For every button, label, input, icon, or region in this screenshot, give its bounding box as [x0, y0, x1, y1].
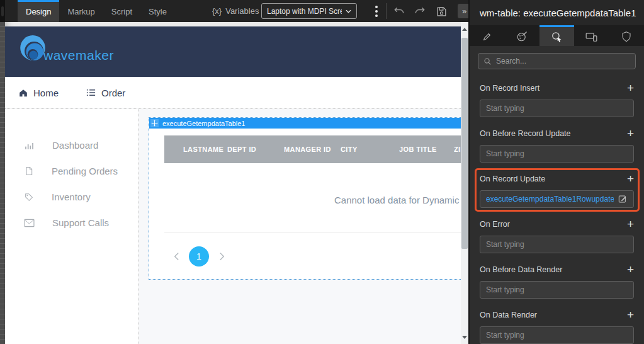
add-event-icon[interactable]: [627, 220, 634, 229]
save-button[interactable]: [434, 4, 449, 19]
mode-tab[interactable]: Design: [18, 0, 59, 22]
sidebar-item-label: Inventory: [52, 192, 91, 202]
widget-selection-label: executeGetempdataTable1: [162, 120, 245, 127]
more-options-icon[interactable]: [372, 4, 381, 18]
event-input-placeholder: Start typing: [486, 149, 628, 158]
nav-label: Order: [101, 88, 125, 98]
redo-button[interactable]: [412, 4, 427, 19]
event-label: On Before Record Update: [480, 129, 571, 138]
app-header: wavemaker: [5, 26, 461, 77]
device-selector-value: Laptop with MDPI Screen: [267, 7, 342, 16]
table-header-row: LASTNAME DEPT ID MANAGER ID CITY JOB TIT…: [164, 135, 461, 163]
move-handle[interactable]: [150, 119, 159, 127]
next-page-button[interactable]: [217, 246, 226, 267]
panel-tab-bar: [470, 25, 644, 46]
shield-icon: [621, 31, 631, 42]
redo-icon: [414, 5, 426, 18]
previous-page-button[interactable]: [172, 246, 181, 267]
tab-devices[interactable]: [574, 25, 609, 46]
tab-styles[interactable]: [504, 25, 539, 46]
undo-icon: [393, 5, 405, 18]
design-canvas: wavemaker Home Order Dashboard Pending O…: [5, 22, 461, 344]
event-input[interactable]: Start typing: [480, 326, 634, 344]
event-input[interactable]: Start typing: [480, 281, 634, 299]
event-group: On Record Update executeGetempdataTable1…: [480, 173, 634, 208]
table-column-header[interactable]: JOB TITLE: [399, 146, 454, 153]
current-page-badge[interactable]: 1: [189, 246, 209, 267]
search-input[interactable]: [496, 57, 630, 66]
table-column-header[interactable]: DEPT ID: [227, 146, 284, 153]
add-event-icon[interactable]: [627, 84, 634, 93]
event-label: On Data Render: [480, 311, 537, 319]
table-column-header[interactable]: LASTNAME: [183, 146, 227, 153]
file-icon: [24, 166, 34, 176]
edit-icon[interactable]: [618, 194, 628, 204]
mode-tab[interactable]: Style: [140, 0, 175, 22]
widget-selection-bar[interactable]: executeGetempdataTable1: [149, 118, 461, 129]
mode-tab[interactable]: Script: [103, 0, 140, 22]
scroll-down-arrow[interactable]: [461, 333, 468, 341]
event-input-placeholder: Start typing: [486, 240, 628, 249]
tab-security[interactable]: [609, 25, 644, 46]
event-handler-link[interactable]: executeGetempdataTable1Rowupdate: [486, 195, 614, 204]
canvas-ruler: [0, 22, 5, 344]
pencil-icon: [482, 32, 492, 42]
add-event-icon[interactable]: [627, 129, 634, 138]
event-input[interactable]: Start typing: [480, 100, 634, 117]
scroll-up-arrow[interactable]: [461, 25, 468, 33]
event-group: On Data Render Start typing: [480, 309, 634, 344]
event-input[interactable]: executeGetempdataTable1Rowupdate: [480, 190, 634, 208]
sidebar-item-dashboard[interactable]: Dashboard: [5, 132, 138, 158]
app-sidebar: Dashboard Pending Orders Inventory Suppo…: [5, 109, 138, 344]
sidebar-item-support-calls[interactable]: Support Calls: [5, 210, 138, 236]
event-label: On Record Insert: [480, 84, 539, 93]
event-input-placeholder: Start typing: [486, 331, 628, 340]
variables-menu[interactable]: {x} Variables: [212, 0, 268, 22]
left-panel-collapsed-stub[interactable]: [0, 0, 5, 22]
event-input[interactable]: Start typing: [480, 236, 634, 253]
table-footer-divider: [164, 232, 461, 232]
event-input[interactable]: Start typing: [480, 145, 634, 163]
event-group: On Before Data Render Start typing: [480, 263, 634, 299]
table-widget-executeGetempdataTable1[interactable]: executeGetempdataTable1 LASTNAME DEPT ID…: [149, 117, 461, 280]
scrollbar-thumb[interactable]: [461, 38, 468, 249]
panel-search[interactable]: [478, 53, 636, 69]
table-column-header[interactable]: MANAGER ID: [284, 146, 341, 153]
event-input-placeholder: Start typing: [486, 104, 628, 113]
event-group: On Before Record Update Start typing: [480, 127, 634, 163]
event-group: On Error Start typing: [480, 218, 634, 253]
event-input-placeholder: Start typing: [486, 285, 628, 294]
sidebar-item-label: Support Calls: [52, 217, 109, 228]
nav-item-order[interactable]: Order: [86, 88, 125, 98]
sidebar-item-pending-orders[interactable]: Pending Orders: [5, 158, 138, 184]
event-label: On Error: [480, 220, 510, 229]
add-event-icon[interactable]: [627, 311, 634, 319]
tab-properties[interactable]: [470, 25, 504, 46]
canvas-scrollbar[interactable]: [461, 22, 468, 344]
logo-text: wavemaker: [43, 48, 114, 63]
devices-icon: [585, 32, 597, 42]
events-cursor-icon: [551, 31, 563, 43]
events-list: On Record Insert Start typing On Before …: [470, 69, 644, 344]
bar-chart-icon: [24, 140, 35, 151]
event-label: On Before Data Render: [480, 265, 562, 274]
undo-button[interactable]: [392, 4, 407, 19]
move-icon: [151, 120, 158, 127]
variables-icon: {x}: [212, 6, 222, 16]
sidebar-item-inventory[interactable]: Inventory: [5, 184, 138, 210]
chevron-down-icon: [346, 9, 351, 13]
device-selector[interactable]: Laptop with MDPI Screen: [261, 3, 357, 19]
mode-tab[interactable]: Markup: [59, 0, 103, 22]
table-column-header[interactable]: CITY: [341, 146, 399, 153]
chevron-right-icon: [218, 251, 225, 261]
event-group: On Record Insert Start typing: [480, 82, 634, 117]
tab-events[interactable]: [539, 25, 574, 46]
table-column-header[interactable]: ZIP: [454, 146, 461, 153]
event-label: On Record Update: [480, 175, 545, 183]
add-event-icon[interactable]: [627, 175, 634, 183]
list-icon: [86, 89, 96, 96]
toolbar-divider: [386, 3, 387, 19]
add-event-icon[interactable]: [627, 265, 634, 274]
save-icon: [436, 6, 448, 18]
nav-item-home[interactable]: Home: [19, 88, 59, 98]
